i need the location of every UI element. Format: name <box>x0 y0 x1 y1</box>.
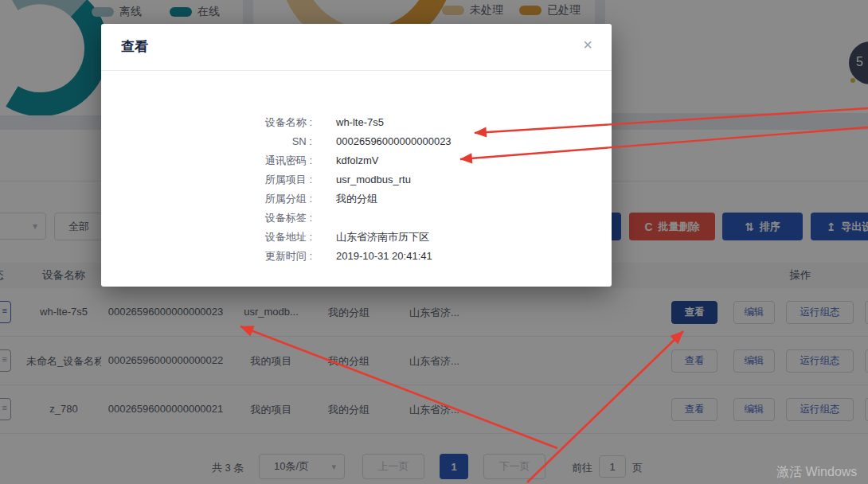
field-tags: 设备标签 : <box>101 209 612 228</box>
dialog-divider <box>101 70 612 71</box>
field-update-time: 更新时间 :2019-10-31 20:41:41 <box>101 247 612 266</box>
field-sn: SN :00026596000000000023 <box>101 132 612 151</box>
windows-activation-watermark: 激活 Windows <box>776 464 857 481</box>
field-comm-password: 通讯密码 :kdfolzmV <box>101 151 612 170</box>
close-icon[interactable]: × <box>583 37 592 53</box>
field-group: 所属分组 :我的分组 <box>101 189 612 209</box>
field-address: 设备地址 :山东省济南市历下区 <box>101 228 612 247</box>
view-device-dialog: 查看 × 设备名称 :wh-lte-7s5 SN :00026596000000… <box>101 24 612 287</box>
screen: 离线 在线 未处理 已处理 5 <box>0 0 868 484</box>
field-project: 所属项目 :usr_modbus_rtu <box>101 170 612 189</box>
field-device-name: 设备名称 :wh-lte-7s5 <box>101 113 612 132</box>
dialog-title: 查看 <box>121 37 148 56</box>
